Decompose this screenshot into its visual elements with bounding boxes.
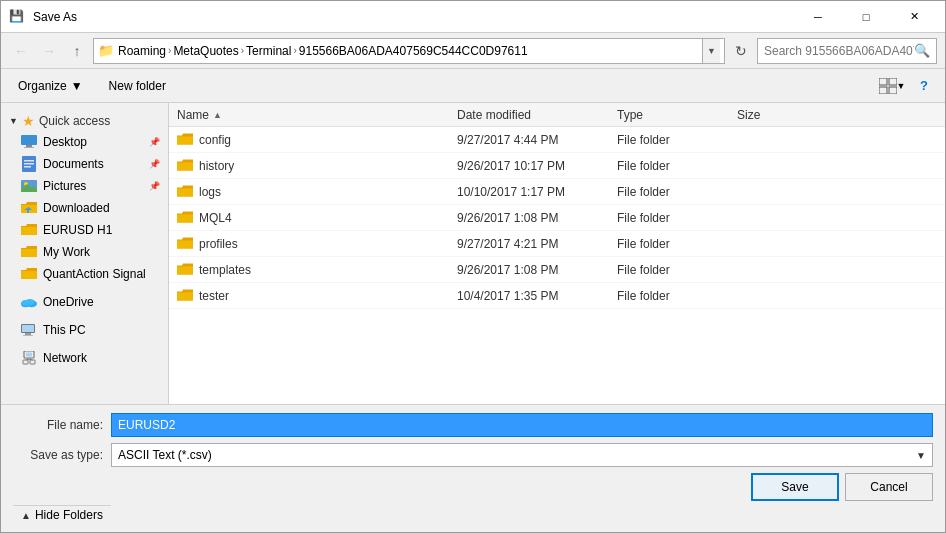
table-row[interactable]: profiles 9/27/2017 4:21 PM File folder xyxy=(169,231,945,257)
file-type: File folder xyxy=(617,211,737,225)
file-type: File folder xyxy=(617,159,737,173)
dialog-icon: 💾 xyxy=(9,9,25,25)
hide-folders-chevron: ▲ xyxy=(21,510,31,521)
onedrive-label: OneDrive xyxy=(43,295,94,309)
pictures-icon xyxy=(21,178,37,194)
forward-button[interactable]: → xyxy=(37,39,61,63)
search-input[interactable] xyxy=(764,44,914,58)
svg-rect-27 xyxy=(30,360,35,364)
file-name: templates xyxy=(199,263,251,277)
toolbar-right: ▼ ? xyxy=(877,73,937,99)
col-header-name[interactable]: Name ▲ xyxy=(177,108,457,122)
quantaction-label: QuantAction Signal xyxy=(43,267,146,281)
table-row[interactable]: config 9/27/2017 4:44 PM File folder xyxy=(169,127,945,153)
sidebar-item-documents[interactable]: Documents 📌 xyxy=(1,153,168,175)
close-button[interactable]: ✕ xyxy=(891,2,937,32)
file-type: File folder xyxy=(617,237,737,251)
address-dropdown-button[interactable]: ▼ xyxy=(702,38,720,64)
sidebar-item-quantaction[interactable]: QuantAction Signal xyxy=(1,263,168,285)
search-box[interactable]: 🔍 xyxy=(757,38,937,64)
thispc-icon xyxy=(21,322,37,338)
breadcrumb-path: Roaming › MetaQuotes › Terminal › 915566… xyxy=(118,44,698,58)
file-type: File folder xyxy=(617,185,737,199)
file-rows-container: config 9/27/2017 4:44 PM File folder his… xyxy=(169,127,945,309)
file-name-cell: templates xyxy=(177,262,457,278)
table-row[interactable]: templates 9/26/2017 1:08 PM File folder xyxy=(169,257,945,283)
folder-icon xyxy=(177,288,193,304)
downloaded-icon xyxy=(21,200,37,216)
eurusd-folder-icon xyxy=(21,222,37,238)
maximize-button[interactable]: □ xyxy=(843,2,889,32)
svg-rect-2 xyxy=(879,87,887,94)
svg-rect-20 xyxy=(22,325,34,332)
desktop-pin-icon: 📌 xyxy=(149,137,160,147)
file-type: File folder xyxy=(617,133,737,147)
table-row[interactable]: logs 10/10/2017 1:17 PM File folder xyxy=(169,179,945,205)
address-toolbar: ← → ↑ 📁 Roaming › MetaQuotes › Terminal … xyxy=(1,33,945,69)
sidebar-item-network[interactable]: Network xyxy=(1,347,168,369)
file-name-cell: logs xyxy=(177,184,457,200)
svg-rect-1 xyxy=(889,78,897,85)
save-as-dialog: 💾 Save As ─ □ ✕ ← → ↑ 📁 Roaming › MetaQu… xyxy=(0,0,946,533)
file-name-cell: history xyxy=(177,158,457,174)
minimize-button[interactable]: ─ xyxy=(795,2,841,32)
address-bar[interactable]: 📁 Roaming › MetaQuotes › Terminal › 9155… xyxy=(93,38,725,64)
up-button[interactable]: ↑ xyxy=(65,39,89,63)
mywork-folder-icon xyxy=(21,244,37,260)
sidebar-item-thispc[interactable]: This PC xyxy=(1,319,168,341)
file-date: 9/26/2017 1:08 PM xyxy=(457,263,617,277)
savetype-select[interactable]: ASCII Text (*.csv) ▼ xyxy=(111,443,933,467)
desktop-icon xyxy=(21,134,37,150)
folder-icon xyxy=(177,132,193,148)
documents-icon xyxy=(21,156,37,172)
col-header-date[interactable]: Date modified xyxy=(457,108,617,122)
quick-access-label: Quick access xyxy=(39,114,110,128)
new-folder-button[interactable]: New folder xyxy=(100,73,175,99)
sidebar-item-onedrive[interactable]: OneDrive xyxy=(1,291,168,313)
refresh-button[interactable]: ↻ xyxy=(729,38,753,64)
sidebar-item-desktop[interactable]: Desktop 📌 xyxy=(1,131,168,153)
file-name: tester xyxy=(199,289,229,303)
filename-label: File name: xyxy=(13,418,103,432)
filename-input[interactable] xyxy=(111,413,933,437)
pictures-label: Pictures xyxy=(43,179,86,193)
breadcrumb-roaming[interactable]: Roaming xyxy=(118,44,166,58)
title-bar-left: 💾 Save As xyxy=(9,9,77,25)
file-date: 10/10/2017 1:17 PM xyxy=(457,185,617,199)
organize-toolbar: Organize ▼ New folder ▼ ? xyxy=(1,69,945,103)
savetype-row: Save as type: ASCII Text (*.csv) ▼ xyxy=(13,443,933,467)
file-name-cell: MQL4 xyxy=(177,210,457,226)
breadcrumb-terminal[interactable]: Terminal xyxy=(246,44,291,58)
help-button[interactable]: ? xyxy=(911,73,937,99)
organize-button[interactable]: Organize ▼ xyxy=(9,73,92,99)
breadcrumb-id[interactable]: 915566BA06ADA407569C544CC0D97611 xyxy=(299,44,528,58)
cancel-button[interactable]: Cancel xyxy=(845,473,933,501)
sidebar-item-downloaded[interactable]: Downloaded xyxy=(1,197,168,219)
quick-access-star-icon: ★ xyxy=(22,113,35,129)
file-name: config xyxy=(199,133,231,147)
file-type: File folder xyxy=(617,263,737,277)
save-button[interactable]: Save xyxy=(751,473,839,501)
eurusd-label: EURUSD H1 xyxy=(43,223,112,237)
view-button[interactable]: ▼ xyxy=(877,73,907,99)
hide-folders-row[interactable]: ▲ Hide Folders xyxy=(13,505,111,524)
view-arrow: ▼ xyxy=(897,81,906,91)
col-header-size[interactable]: Size xyxy=(737,108,817,122)
table-row[interactable]: history 9/26/2017 10:17 PM File folder xyxy=(169,153,945,179)
file-date: 9/27/2017 4:44 PM xyxy=(457,133,617,147)
table-row[interactable]: MQL4 9/26/2017 1:08 PM File folder xyxy=(169,205,945,231)
table-row[interactable]: tester 10/4/2017 1:35 PM File folder xyxy=(169,283,945,309)
sidebar-item-eurusd[interactable]: EURUSD H1 xyxy=(1,219,168,241)
file-name-cell: tester xyxy=(177,288,457,304)
breadcrumb-metaquotes[interactable]: MetaQuotes xyxy=(173,44,238,58)
view-icon xyxy=(879,78,897,94)
col-header-type[interactable]: Type xyxy=(617,108,737,122)
folder-icon xyxy=(177,184,193,200)
svg-rect-5 xyxy=(26,145,32,147)
file-name: history xyxy=(199,159,234,173)
sidebar-item-pictures[interactable]: Pictures 📌 xyxy=(1,175,168,197)
title-bar-controls: ─ □ ✕ xyxy=(795,2,937,32)
sidebar-item-mywork[interactable]: My Work xyxy=(1,241,168,263)
sidebar-quick-access-header[interactable]: ▼ ★ Quick access xyxy=(1,107,168,131)
back-button[interactable]: ← xyxy=(9,39,33,63)
